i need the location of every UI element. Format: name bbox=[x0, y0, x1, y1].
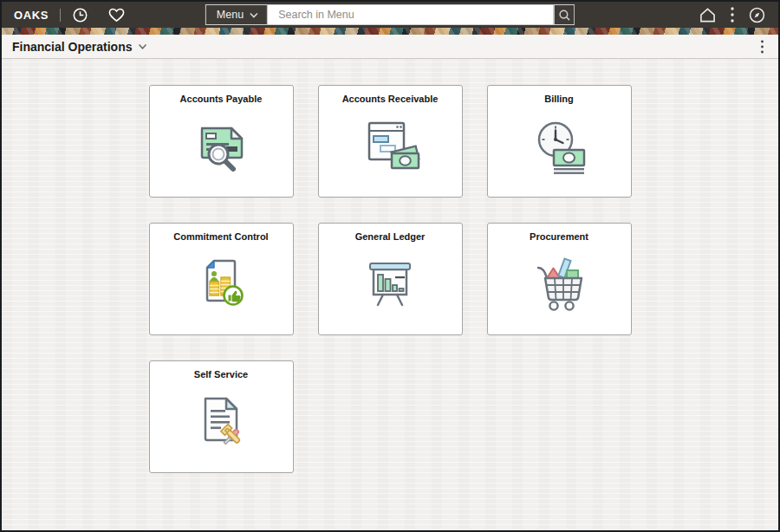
tile-accounts-receivable[interactable]: Accounts Receivable bbox=[318, 85, 463, 198]
clock-icon[interactable] bbox=[72, 7, 88, 23]
tile-label: Billing bbox=[488, 94, 631, 104]
tile-self-service[interactable]: Self Service bbox=[149, 360, 294, 473]
menu-button-label: Menu bbox=[217, 9, 244, 21]
accounts-payable-icon bbox=[150, 113, 293, 175]
menu-button[interactable]: Menu bbox=[205, 4, 268, 25]
search-icon bbox=[558, 9, 571, 22]
tile-label: Commitment Control bbox=[150, 231, 293, 242]
procurement-icon bbox=[488, 250, 631, 313]
tile-general-ledger[interactable]: General Ledger bbox=[318, 223, 463, 335]
home-icon[interactable] bbox=[699, 7, 717, 23]
page-header-bar: Financial Operations bbox=[2, 35, 778, 59]
tile-label: Accounts Receivable bbox=[319, 94, 462, 104]
general-ledger-icon bbox=[319, 250, 462, 313]
tile-accounts-payable[interactable]: Accounts Payable bbox=[149, 85, 294, 198]
oaks-logo: OAKS bbox=[14, 9, 49, 22]
tile-label: Procurement bbox=[488, 231, 631, 242]
tile-label: Self Service bbox=[150, 369, 293, 380]
tile-billing[interactable]: Billing bbox=[487, 85, 632, 198]
tile-label: General Ledger bbox=[319, 231, 462, 242]
chevron-down-icon bbox=[250, 12, 258, 18]
commitment-control-icon bbox=[150, 250, 293, 313]
chevron-down-icon[interactable] bbox=[138, 43, 147, 50]
divider bbox=[60, 9, 61, 22]
kebab-menu-icon[interactable] bbox=[730, 6, 735, 23]
compass-icon[interactable] bbox=[748, 6, 766, 24]
tile-label: Accounts Payable bbox=[150, 94, 293, 104]
top-bar: OAKS Menu bbox=[2, 2, 778, 28]
kebab-menu-icon[interactable] bbox=[760, 40, 768, 54]
search-input[interactable] bbox=[268, 5, 554, 24]
banner-pattern-strip bbox=[2, 28, 778, 35]
tile-commitment-control[interactable]: Commitment Control bbox=[149, 223, 294, 335]
tile-grid: Accounts Payable Acc bbox=[149, 85, 632, 473]
page-title: Financial Operations bbox=[12, 40, 132, 54]
tile-procurement[interactable]: Procurement bbox=[487, 223, 632, 335]
self-service-icon bbox=[150, 388, 293, 451]
billing-icon bbox=[488, 113, 631, 175]
homepage-content: Accounts Payable Acc bbox=[2, 59, 778, 530]
accounts-receivable-icon bbox=[319, 113, 462, 175]
search-button[interactable] bbox=[554, 5, 574, 24]
app-window: OAKS Menu bbox=[0, 0, 780, 532]
heart-icon[interactable] bbox=[107, 7, 126, 23]
topbar-right-actions bbox=[699, 6, 771, 24]
header-search-group: Menu bbox=[205, 4, 575, 25]
search-box bbox=[268, 4, 575, 25]
